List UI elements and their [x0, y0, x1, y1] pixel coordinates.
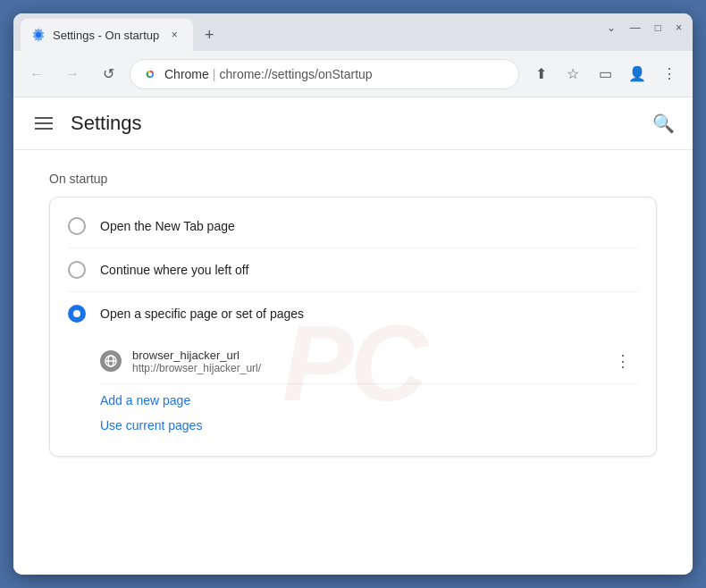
bookmark-button[interactable]: ☆: [559, 60, 587, 88]
page-info: browser_hijacker_url http://browser_hija…: [132, 349, 261, 374]
radio-label-newtab: Open the New Tab page: [100, 219, 235, 233]
settings-title: Settings: [71, 112, 142, 135]
sidebar-button[interactable]: ▭: [591, 60, 619, 88]
dropdown-icon[interactable]: ⌄: [607, 22, 616, 33]
url-text: Chrome | chrome://settings/onStartup: [164, 67, 373, 81]
settings-search-button[interactable]: 🔍: [652, 113, 675, 134]
radio-circle-continue: [68, 261, 86, 279]
forward-icon: →: [65, 66, 80, 82]
settings-content: PC On startup Open the New Tab page Cont…: [13, 150, 693, 575]
page-url: http://browser_hijacker_url/: [132, 362, 261, 374]
page-entry-left: browser_hijacker_url http://browser_hija…: [100, 349, 261, 374]
settings-header: Settings 🔍: [13, 97, 693, 150]
tab-title: Settings - On startup: [53, 29, 159, 42]
url-path: chrome://settings/onStartup: [219, 67, 372, 81]
window-controls: ⌄ — □ ×: [607, 22, 682, 33]
address-actions: ⬆ ☆ ▭ 👤 ⋮: [526, 60, 684, 88]
more-icon: ⋮: [662, 65, 677, 82]
more-button[interactable]: ⋮: [655, 60, 684, 88]
profile-icon: 👤: [628, 65, 646, 82]
hamburger-menu[interactable]: [31, 113, 56, 133]
radio-option-specific[interactable]: Open a specific page or set of pages: [50, 292, 656, 335]
hamburger-line: [35, 122, 53, 124]
bookmark-icon: ☆: [567, 65, 579, 82]
reload-button[interactable]: ↺: [94, 60, 122, 88]
browser-window: Settings - On startup × + ⌄ — □ × ← → ↺: [13, 13, 693, 575]
use-current-pages-link[interactable]: Use current pages: [100, 413, 638, 438]
sidebar-icon: ▭: [599, 65, 612, 82]
hamburger-line: [35, 117, 53, 119]
on-startup-label: On startup: [49, 172, 657, 186]
options-card: Open the New Tab page Continue where you…: [49, 197, 657, 457]
back-icon: ←: [29, 66, 44, 82]
active-tab[interactable]: Settings - On startup ×: [21, 19, 193, 51]
page-entry: browser_hijacker_url http://browser_hija…: [100, 339, 638, 384]
add-new-page-link[interactable]: Add a new page: [100, 384, 638, 413]
forward-button[interactable]: →: [58, 60, 87, 88]
settings-title-group: Settings: [31, 112, 142, 135]
maximize-button[interactable]: □: [655, 22, 661, 33]
share-button[interactable]: ⬆: [526, 60, 555, 88]
content-area: Settings 🔍 PC On startup Open the New Ta…: [13, 97, 693, 575]
hamburger-line: [35, 128, 53, 130]
reload-icon: ↺: [103, 65, 114, 82]
radio-option-continue[interactable]: Continue where you left off: [50, 248, 656, 291]
url-origin: Chrome: [164, 67, 209, 81]
radio-circle-newtab: [68, 217, 86, 235]
svg-point-2: [148, 71, 152, 75]
share-icon: ⬆: [535, 65, 547, 82]
page-more-button[interactable]: ⋮: [608, 348, 638, 374]
tab-favicon: [31, 28, 46, 42]
tab-bar: Settings - On startup × +: [21, 19, 685, 51]
url-separator: |: [213, 67, 216, 81]
radio-circle-specific: [68, 305, 86, 323]
radio-label-continue: Continue where you left off: [100, 263, 248, 277]
radio-option-newtab[interactable]: Open the New Tab page: [50, 205, 656, 248]
startup-pages-section: browser_hijacker_url http://browser_hija…: [50, 335, 656, 449]
title-bar: Settings - On startup × + ⌄ — □ ×: [13, 13, 693, 51]
radio-label-specific: Open a specific page or set of pages: [100, 307, 304, 321]
address-bar: ← → ↺ Chrome | chrome://settings/onStart: [13, 51, 693, 97]
chrome-logo: [143, 67, 157, 81]
new-tab-button[interactable]: +: [197, 22, 222, 47]
tab-close-button[interactable]: ×: [166, 27, 182, 43]
close-button[interactable]: ×: [676, 22, 682, 33]
page-name: browser_hijacker_url: [132, 349, 261, 362]
minimize-button[interactable]: —: [630, 22, 641, 33]
profile-button[interactable]: 👤: [623, 60, 651, 88]
back-button[interactable]: ←: [22, 60, 51, 88]
url-bar[interactable]: Chrome | chrome://settings/onStartup: [130, 59, 519, 89]
globe-icon: [100, 350, 122, 372]
